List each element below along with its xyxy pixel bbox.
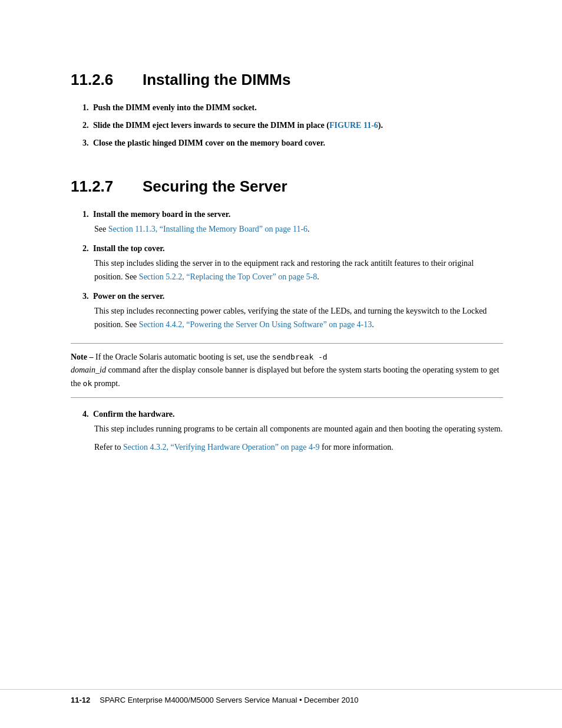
footer-page-number: 11-12 xyxy=(71,696,90,704)
note-box: Note – If the Oracle Solaris automatic b… xyxy=(71,343,503,398)
section-1127-number: 11.2.7 xyxy=(71,177,124,196)
note-code-1: sendbreak -d xyxy=(272,353,328,361)
section-432-link[interactable]: Section 4.3.2, “Verifying Hardware Opera… xyxy=(123,443,320,452)
step-1127-3: 3. Power on the server. This step includ… xyxy=(82,292,503,331)
step-1127-2: 2. Install the top cover. This step incl… xyxy=(82,244,503,284)
step-1126-3-label: 3. Close the plastic hinged DIMM cover o… xyxy=(82,139,503,148)
section-1126-title: Installing the DIMMs xyxy=(143,71,290,89)
step-1127-2-label: 2. Install the top cover. xyxy=(82,244,503,253)
section-1126-number: 11.2.6 xyxy=(71,71,124,89)
page: 11.2.6 Installing the DIMMs 1. Push the … xyxy=(0,0,562,728)
section-1127-steps: 1. Install the memory board in the serve… xyxy=(82,210,503,331)
step-1126-2-label: 2. Slide the DIMM eject levers inwards t… xyxy=(82,121,503,130)
figure-11-6-link[interactable]: FIGURE 11-6 xyxy=(329,121,378,130)
step-1127-1-body: See Section 11.1.3, “Installing the Memo… xyxy=(94,223,503,236)
step-1127-4-label: 4. Confirm the hardware. xyxy=(82,410,503,419)
step-1127-4: 4. Confirm the hardware. This step inclu… xyxy=(82,410,503,454)
step-1127-4-para2: Refer to Section 4.3.2, “Verifying Hardw… xyxy=(94,441,503,454)
step-1127-1-label: 1. Install the memory board in the serve… xyxy=(82,210,503,219)
section-1113-link[interactable]: Section 11.1.3, “Installing the Memory B… xyxy=(108,225,308,233)
step-1127-4-para1: This step includes running programs to b… xyxy=(94,423,503,436)
section-1127-steps2: 4. Confirm the hardware. This step inclu… xyxy=(82,410,503,454)
section-1127-title: Securing the Server xyxy=(143,177,287,196)
step-1126-2: 2. Slide the DIMM eject levers inwards t… xyxy=(82,121,503,130)
note-label: Note – xyxy=(71,353,94,361)
step-1127-3-body: This step includes reconnecting power ca… xyxy=(94,305,503,331)
step-1127-3-label: 3. Power on the server. xyxy=(82,292,503,301)
section-522-link[interactable]: Section 5.2.2, “Replacing the Top Cover”… xyxy=(139,272,317,281)
step-1126-1-label: 1. Push the DIMM evenly into the DIMM so… xyxy=(82,103,503,113)
step-1126-1: 1. Push the DIMM evenly into the DIMM so… xyxy=(82,103,503,113)
page-footer: 11-12 SPARC Enterprise M4000/M5000 Serve… xyxy=(0,689,562,704)
section-1127-heading: 11.2.7 Securing the Server xyxy=(71,177,503,196)
step-1127-4-body: This step includes running programs to b… xyxy=(94,423,503,454)
footer-text: SPARC Enterprise M4000/M5000 Servers Ser… xyxy=(100,696,358,704)
note-italic-1: domain_id xyxy=(71,365,106,374)
section-442-link[interactable]: Section 4.4.2, “Powering the Server On U… xyxy=(139,320,372,329)
note-code-2: ok xyxy=(83,379,92,388)
step-1127-1: 1. Install the memory board in the serve… xyxy=(82,210,503,236)
step-1127-2-body: This step includes sliding the server in… xyxy=(94,257,503,284)
section-1126-steps: 1. Push the DIMM evenly into the DIMM so… xyxy=(82,103,503,148)
section-1126-heading: 11.2.6 Installing the DIMMs xyxy=(71,71,503,89)
step-1126-3: 3. Close the plastic hinged DIMM cover o… xyxy=(82,139,503,148)
